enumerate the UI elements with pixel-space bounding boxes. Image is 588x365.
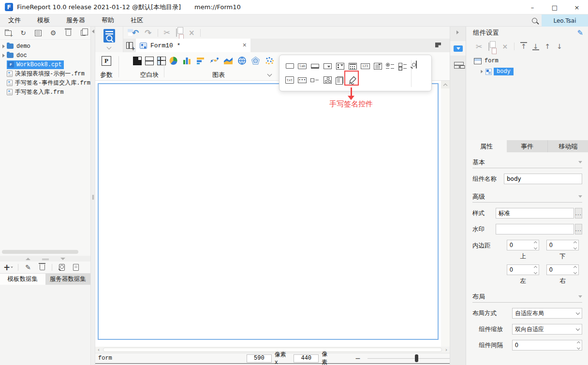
layout-mode-select[interactable]: 自适应布局 xyxy=(512,308,582,319)
panel-splitter[interactable] xyxy=(0,256,90,262)
scatter-chart-button[interactable] xyxy=(265,56,274,65)
section-basic[interactable]: 基本 xyxy=(472,157,582,168)
search-button[interactable] xyxy=(527,15,542,27)
copy-widget-button[interactable] xyxy=(488,43,489,50)
spinner-up-icon[interactable] xyxy=(534,265,537,269)
left-panel-divider[interactable] xyxy=(90,27,95,365)
tree-item-frm[interactable]: 手写签名入库.frm xyxy=(0,88,90,97)
widget-settings-tab-button[interactable] xyxy=(450,41,466,56)
gis-map-button[interactable] xyxy=(237,56,247,65)
settings-button[interactable]: ⚙ xyxy=(49,29,58,37)
blank-block-report-button[interactable] xyxy=(157,57,166,65)
move-down-button[interactable]: ↓ xyxy=(557,43,562,50)
splitter-up-icon[interactable] xyxy=(26,258,30,260)
spinner-up-icon[interactable] xyxy=(534,241,537,244)
widget-textfield-button[interactable] xyxy=(283,59,296,73)
hscroll-thumb[interactable] xyxy=(103,348,442,352)
edit-pencil-icon[interactable]: ✎ xyxy=(577,29,583,37)
spinner-up-icon[interactable] xyxy=(573,265,577,269)
column-chart-button[interactable] xyxy=(182,56,191,65)
tab-list-button[interactable] xyxy=(433,40,443,50)
maximize-button[interactable]: □ xyxy=(544,0,566,15)
scale-mode-select[interactable]: 双向自适应 xyxy=(512,324,582,335)
padding-bottom-stepper[interactable] xyxy=(546,240,579,250)
widget-name-input[interactable] xyxy=(504,174,582,184)
menu-community[interactable]: 社区 xyxy=(122,15,151,27)
preview-dropdown-icon[interactable] xyxy=(107,45,112,50)
chevron-right-icon[interactable] xyxy=(2,44,5,48)
copy-button[interactable] xyxy=(176,29,177,36)
tree-item-folder[interactable]: doc xyxy=(0,51,90,60)
widget-checkbox-button[interactable] xyxy=(309,73,321,87)
style-more-button[interactable]: ... xyxy=(575,208,583,219)
area-chart-button[interactable] xyxy=(223,56,233,65)
spinner-down-icon[interactable] xyxy=(573,246,577,249)
tree-item-selected[interactable]: F WorkBook8.cpt xyxy=(0,60,90,69)
cut-button[interactable]: ✂ xyxy=(164,28,170,37)
menu-server[interactable]: 服务器 xyxy=(58,15,93,27)
move-up-button[interactable]: ↑ xyxy=(545,43,551,50)
connection-button[interactable] xyxy=(72,263,80,272)
tree-item-folder[interactable]: demo xyxy=(0,42,90,51)
delete-dataset-button[interactable] xyxy=(38,263,46,272)
widget-tree-button[interactable] xyxy=(321,73,334,87)
watermark-input[interactable] xyxy=(496,224,574,234)
tree-item-frm[interactable]: 决策报表填报-示例一.frm xyxy=(0,69,90,78)
widget-iframe-button[interactable] xyxy=(309,59,321,73)
tab-mobile[interactable]: 移动端 xyxy=(548,140,588,152)
section-advanced[interactable]: 高级 xyxy=(472,191,582,203)
spinner-up-icon[interactable] xyxy=(577,341,580,344)
collapse-caret-icon[interactable] xyxy=(578,295,582,298)
blank-block-absolute-button[interactable] xyxy=(133,57,142,65)
line-chart-button[interactable] xyxy=(209,56,219,65)
collapse-caret-icon[interactable] xyxy=(578,195,582,198)
new-template-button[interactable] xyxy=(123,39,136,52)
collapse-right-icon[interactable] xyxy=(456,30,459,34)
widget-listcombo-button[interactable] xyxy=(371,59,384,73)
close-button[interactable]: × xyxy=(566,0,588,15)
redo-button[interactable]: ↷ xyxy=(145,28,151,38)
delete-widget-button[interactable]: × xyxy=(502,43,508,50)
delete-button[interactable] xyxy=(64,29,73,37)
tree-item-frm[interactable]: 手写签名-事件提交入库.frm xyxy=(0,78,90,88)
tab-events[interactable]: 事件 xyxy=(507,140,548,152)
chart-group-expand-icon[interactable] xyxy=(267,72,272,77)
canvas-horizontal-scrollbar[interactable]: ‹ › xyxy=(95,347,450,353)
undo-button[interactable]: ↶ xyxy=(132,28,139,38)
tab-server-dataset[interactable]: 服务器数据集 xyxy=(45,274,91,285)
padding-right-stepper[interactable] xyxy=(546,264,579,275)
bar-chart-button[interactable] xyxy=(196,56,205,65)
blank-block-tab-button[interactable] xyxy=(145,57,154,65)
canvas-vertical-scrollbar[interactable] xyxy=(441,81,450,347)
spinner-down-icon[interactable] xyxy=(577,346,580,349)
splitter-down-icon[interactable] xyxy=(60,258,65,260)
add-dataset-button[interactable]: + xyxy=(4,263,13,272)
spinner-down-icon[interactable] xyxy=(534,246,537,249)
style-input[interactable] xyxy=(496,208,574,219)
chevron-right-icon[interactable] xyxy=(2,54,5,58)
collapse-caret-icon[interactable] xyxy=(578,161,582,163)
pie-chart-button[interactable] xyxy=(169,56,178,65)
widget-password-button[interactable]: ••• xyxy=(296,73,309,87)
tab-template-dataset[interactable]: 模板数据集 xyxy=(0,274,45,285)
user-account-badge[interactable]: Leo.Tsai xyxy=(542,15,588,27)
preview-dataset-button[interactable] xyxy=(58,263,66,272)
watermark-more-button[interactable]: ... xyxy=(575,224,583,234)
divider-grip[interactable] xyxy=(92,195,93,200)
spinner-up-icon[interactable] xyxy=(573,241,577,244)
collapse-left-icon[interactable] xyxy=(92,29,94,33)
parameter-pane-button[interactable]: P xyxy=(102,56,111,66)
remove-button[interactable]: × xyxy=(189,29,195,37)
widget-checkgroup-button[interactable] xyxy=(397,59,409,73)
scroll-right-button[interactable]: › xyxy=(443,347,450,353)
palette-preview-button[interactable] xyxy=(416,61,417,68)
scroll-up-button[interactable] xyxy=(441,81,450,88)
edit-dataset-button[interactable]: ✎ xyxy=(24,263,32,272)
move-to-top-button[interactable]: ↑ xyxy=(521,43,527,50)
zoom-slider[interactable] xyxy=(368,358,450,359)
refresh-button[interactable]: ↻ xyxy=(19,29,28,37)
template-preview-button[interactable] xyxy=(102,29,117,44)
widget-label-button[interactable]: lab xyxy=(296,59,309,73)
widget-number-button[interactable]: 123 xyxy=(359,59,371,73)
document-tab-active[interactable]: Form10 * × xyxy=(136,39,250,52)
